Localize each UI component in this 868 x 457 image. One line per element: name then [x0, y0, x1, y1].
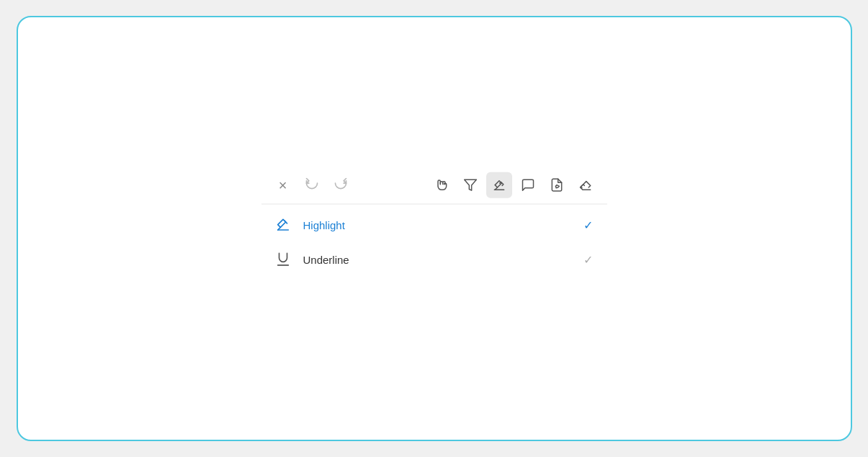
undo-button[interactable]: [299, 172, 325, 198]
highlight-text-button[interactable]: [486, 172, 512, 198]
underline-check: ✓: [581, 252, 596, 266]
note-button[interactable]: [544, 172, 570, 198]
underline-menu-icon: [273, 249, 293, 270]
underline-menu-item[interactable]: Underline ✓: [261, 242, 607, 277]
highlight-menu-icon: [273, 215, 293, 235]
note-icon: [550, 178, 564, 192]
dropdown-menu: Highlight ✓ Underline ✓: [261, 205, 607, 280]
hand-tool-button[interactable]: [429, 172, 455, 198]
close-button[interactable]: ×: [270, 172, 296, 198]
hand-icon: [434, 178, 449, 192]
toolbar-row: ×: [261, 167, 607, 205]
highlight-menu-item[interactable]: Highlight ✓: [261, 208, 607, 242]
toolbar-panel: ×: [261, 167, 607, 280]
main-container: ×: [17, 16, 852, 441]
filter-icon: [463, 178, 478, 192]
filter-button[interactable]: [457, 172, 483, 198]
highlight-label: Highlight: [303, 218, 571, 231]
redo-button[interactable]: [328, 172, 354, 198]
comment-icon: [521, 178, 535, 192]
comment-button[interactable]: [515, 172, 541, 198]
underline-label: Underline: [303, 253, 571, 265]
eraser-icon: [578, 178, 593, 192]
highlight-check: ✓: [581, 218, 596, 231]
highlight-text-icon: [492, 178, 506, 192]
eraser-button[interactable]: [573, 172, 599, 198]
svg-marker-0: [464, 179, 476, 190]
undo-icon: [305, 178, 319, 192]
redo-icon: [334, 178, 348, 192]
